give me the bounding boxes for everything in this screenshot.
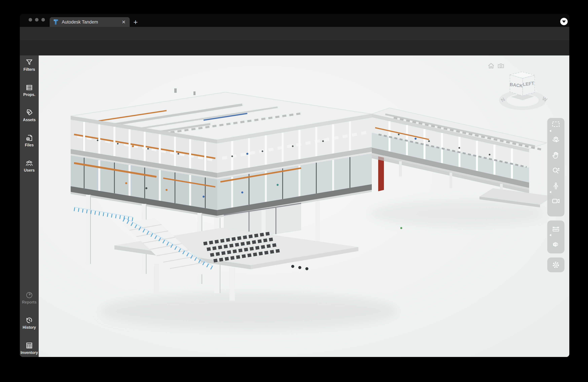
sidebar-item-reports: Reports (20, 291, 39, 310)
properties-icon (25, 84, 33, 91)
measure-icon (551, 224, 560, 233)
sidebar-item-props[interactable]: Props. (20, 84, 39, 102)
browser-window: Autodesk Tandem ✕ + tandem.autodesk.com/… (20, 14, 569, 357)
traffic-minimize-button[interactable] (35, 18, 39, 21)
browser-navbar: tandem.autodesk.com/pages/facilities/urn… (20, 27, 569, 40)
inventory-grid-icon (25, 342, 33, 349)
browser-tab-strip: Autodesk Tandem ✕ + (20, 14, 569, 27)
browser-tab[interactable]: Autodesk Tandem ✕ (50, 17, 130, 27)
sidebar-item-assets[interactable]: Assets (20, 109, 39, 127)
window-selection-icon (551, 120, 560, 129)
settings-button[interactable] (547, 257, 565, 273)
annotation-dot[interactable] (400, 227, 402, 229)
sidebar-item-filters[interactable]: Filters (20, 58, 39, 77)
section-button[interactable] (547, 236, 565, 252)
settings-gear-icon (551, 261, 560, 269)
app-header: AUTODESK TANDEM ™ FACILITIES Autodesk To… (20, 40, 569, 56)
filter-icon (25, 58, 33, 66)
video-camera-icon (551, 197, 560, 205)
pan-button[interactable] (547, 148, 565, 163)
camera-flyout-icon[interactable] (548, 190, 552, 194)
3d-building-model[interactable] (39, 56, 569, 357)
pan-hand-icon (551, 151, 560, 160)
tab-title: Autodesk Tandem (62, 19, 98, 25)
viewcube[interactable]: N W BACK LEFT (493, 67, 553, 113)
tandem-t-icon (53, 19, 58, 25)
users-icon (25, 159, 33, 167)
first-person-icon (551, 182, 560, 191)
orbit-button[interactable] (547, 132, 565, 148)
orbit-flyout-icon[interactable] (548, 129, 552, 133)
viewer-canvas[interactable]: N W BACK LEFT (39, 56, 569, 357)
tab-search-chevron-icon[interactable] (560, 18, 568, 25)
section-flyout-icon[interactable] (548, 233, 552, 237)
sidebar-item-inventory[interactable]: Inventory (20, 342, 39, 357)
sidebar-item-history[interactable]: History (20, 316, 39, 335)
left-sidebar: Filters Props. Assets F (20, 56, 39, 357)
zoom-icon (551, 166, 560, 175)
tab-close-icon[interactable]: ✕ (122, 19, 126, 25)
traffic-zoom-button[interactable] (42, 18, 45, 21)
section-box-icon (551, 240, 560, 248)
zoom-button[interactable] (547, 163, 565, 178)
orbit-icon (551, 135, 560, 144)
sidebar-item-users[interactable]: Users (20, 159, 39, 178)
files-icon (25, 134, 33, 142)
new-tab-button[interactable]: + (133, 19, 138, 25)
history-icon (25, 316, 33, 324)
camera-button[interactable] (547, 193, 565, 209)
assets-tag-icon (25, 109, 33, 117)
traffic-close-button[interactable] (29, 18, 32, 21)
reports-pie-icon (25, 291, 33, 299)
sidebar-item-files[interactable]: Files (20, 134, 39, 153)
